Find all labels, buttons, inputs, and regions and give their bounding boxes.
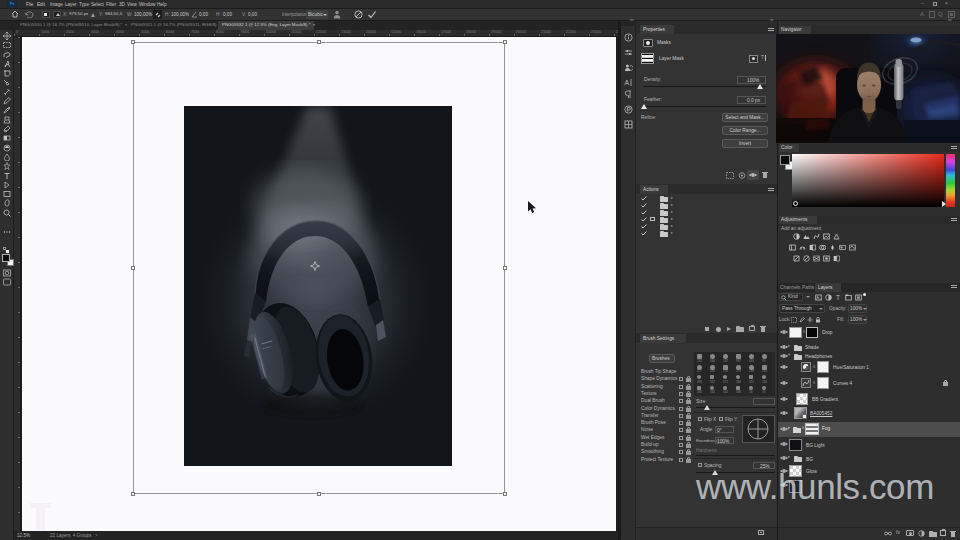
svg-text:T: T <box>836 294 840 301</box>
svg-text:A: A <box>625 79 630 86</box>
